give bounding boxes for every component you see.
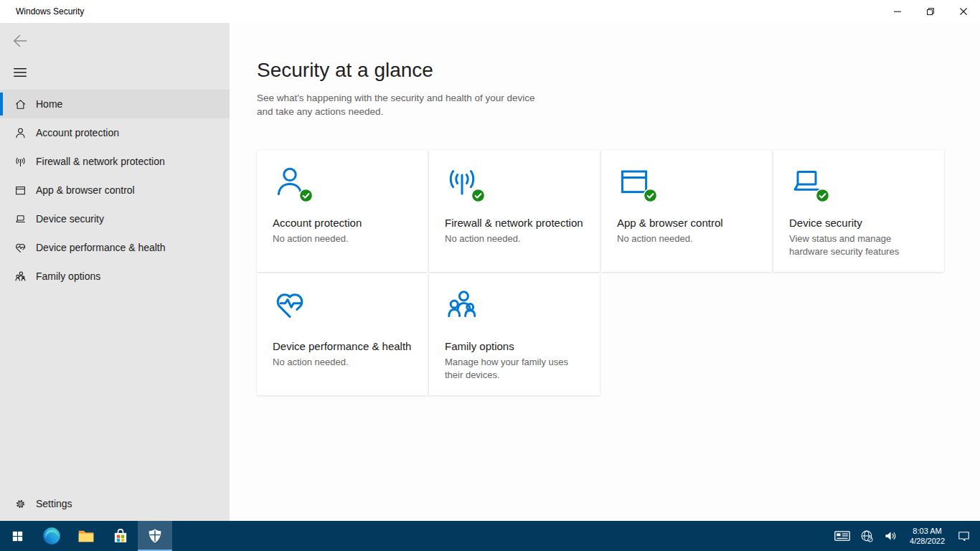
tray-touch-keyboard-button[interactable]	[830, 521, 854, 551]
taskbar-windows-security-button[interactable]	[138, 521, 172, 551]
sidebar-item-label: Device security	[36, 213, 104, 225]
card-title: Family options	[445, 339, 584, 354]
card-title: Device security	[789, 216, 928, 230]
main-content: Security at a glance See what's happenin…	[230, 23, 980, 521]
card-device-performance-health[interactable]: Device performance & health No action ne…	[257, 273, 428, 395]
sidebar-item-app-browser-control[interactable]: App & browser control	[0, 176, 230, 204]
back-arrow-icon	[11, 32, 29, 50]
sidebar-item-settings[interactable]: Settings	[0, 489, 230, 518]
card-device-security[interactable]: Device security View status and manage h…	[773, 150, 944, 272]
status-ok-badge	[298, 188, 314, 203]
page-subtitle: See what's happening with the security a…	[257, 91, 544, 118]
restore-button[interactable]	[914, 0, 947, 23]
antenna-icon	[14, 156, 27, 168]
keyboard-icon	[834, 527, 851, 545]
card-description: No action needed.	[273, 232, 412, 245]
windows-logo-icon	[11, 530, 24, 542]
window-controls	[881, 0, 980, 23]
card-family-options[interactable]: Family options Manage how your family us…	[429, 273, 600, 395]
taskbar-microsoft-store-button[interactable]	[103, 521, 138, 551]
card-firewall-network-protection[interactable]: Firewall & network protection No action …	[429, 150, 600, 272]
titlebar: Windows Security	[0, 0, 980, 23]
taskbar-start-button[interactable]	[0, 521, 34, 551]
family-icon	[445, 288, 479, 322]
status-ok-badge	[471, 188, 486, 203]
heart-pulse-icon	[14, 242, 27, 254]
taskbar-clock[interactable]: 8:03 AM 4/28/2022	[903, 521, 951, 551]
action-center-button[interactable]	[951, 521, 976, 551]
sidebar-item-label: Account protection	[36, 127, 119, 138]
clock-time: 8:03 AM	[910, 526, 945, 536]
card-description: View status and manage hardware security…	[789, 232, 928, 258]
sidebar-item-label: App & browser control	[36, 184, 135, 196]
menu-button[interactable]	[6, 60, 34, 85]
sidebar-item-label: Firewall & network protection	[36, 156, 165, 167]
sidebar-nav: Home Account protection Firewall & netwo…	[0, 90, 230, 291]
card-title: Firewall & network protection	[445, 216, 584, 230]
minimize-icon	[894, 8, 901, 15]
restore-icon	[927, 8, 934, 15]
settings-slot: Settings	[0, 489, 230, 518]
defender-shield-icon	[146, 527, 164, 545]
taskbar-apps	[0, 521, 172, 551]
card-app-browser-control[interactable]: App & browser control No action needed.	[601, 150, 772, 272]
sidebar-item-label: Home	[36, 98, 62, 110]
globe-offline-icon	[860, 529, 874, 543]
card-title: Device performance & health	[273, 339, 412, 354]
heart-pulse-icon	[273, 288, 307, 322]
home-icon	[14, 98, 27, 110]
sidebar-item-label: Device performance & health	[36, 242, 166, 253]
sidebar-item-family-options[interactable]: Family options	[0, 262, 230, 291]
status-ok-badge	[643, 188, 658, 203]
taskbar-file-explorer-button[interactable]	[69, 521, 103, 551]
status-ok-badge	[815, 188, 830, 203]
cards-grid: Account protection No action needed. Fir…	[257, 150, 980, 395]
family-icon	[14, 270, 27, 283]
volume-icon	[884, 529, 898, 543]
page-title: Security at a glance	[257, 59, 980, 82]
sidebar-item-device-performance-health[interactable]: Device performance & health	[0, 233, 230, 262]
browser-icon	[14, 184, 27, 197]
minimize-button[interactable]	[881, 0, 914, 23]
card-description: No action needed.	[273, 356, 412, 369]
sidebar-item-label: Family options	[36, 270, 100, 282]
store-icon	[111, 527, 130, 545]
sidebar-item-device-security[interactable]: Device security	[0, 204, 230, 233]
taskbar: 8:03 AM 4/28/2022	[0, 521, 980, 551]
sidebar-item-home[interactable]: Home	[0, 90, 230, 118]
card-title: App & browser control	[617, 216, 756, 230]
tray-icons	[830, 521, 903, 551]
person-icon	[14, 127, 27, 139]
card-description: No action needed.	[617, 232, 756, 245]
sidebar: Home Account protection Firewall & netwo…	[0, 23, 230, 521]
card-description: Manage how your family uses their device…	[445, 356, 584, 382]
card-title: Account protection	[273, 216, 412, 230]
notification-icon	[957, 529, 971, 543]
close-icon	[960, 8, 967, 15]
laptop-icon	[14, 213, 27, 225]
sidebar-item-account-protection[interactable]: Account protection	[0, 118, 230, 147]
back-button[interactable]	[6, 29, 34, 53]
gear-icon	[14, 498, 27, 510]
sidebar-item-label: Settings	[36, 498, 72, 509]
close-button[interactable]	[947, 0, 980, 23]
taskbar-edge-button[interactable]	[34, 521, 69, 551]
hamburger-menu-icon	[12, 65, 28, 80]
card-account-protection[interactable]: Account protection No action needed.	[257, 150, 428, 272]
card-description: No action needed.	[445, 232, 584, 245]
system-tray: 8:03 AM 4/28/2022	[830, 521, 980, 551]
clock-date: 4/28/2022	[910, 536, 945, 546]
sidebar-item-firewall-network-protection[interactable]: Firewall & network protection	[0, 147, 230, 176]
window-title: Windows Security	[0, 6, 881, 17]
tray-network-no-internet-button[interactable]	[854, 521, 879, 551]
folder-icon	[77, 527, 95, 545]
edge-icon	[42, 526, 62, 546]
tray-volume-button[interactable]	[879, 521, 903, 551]
